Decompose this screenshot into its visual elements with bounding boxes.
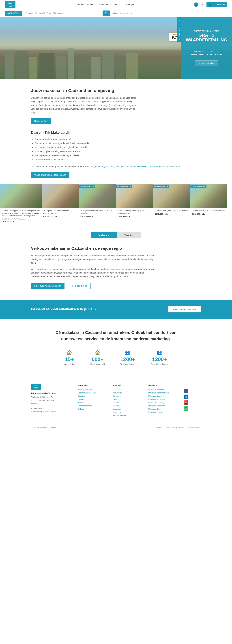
koop-select[interactable]: KOOP (136) [5, 11, 22, 16]
linkedin-icon[interactable]: in [184, 394, 188, 399]
footer-tekoop-link[interactable]: Te koop [78, 408, 107, 410]
about-title: Jouw makelaar in Cadzand en omgeving [31, 88, 201, 93]
footer-oostburg-link[interactable]: Oostburg [113, 411, 142, 414]
svg-rect-9 [102, 51, 114, 79]
daarom-title: Daarom Tak Makelaardij [31, 130, 201, 134]
property-card-1[interactable]: Te koop: 1Boning gelegen in het buitenge… [0, 184, 42, 224]
stats-headline: Dé makelaar in Cadzand en omstreken. Ont… [46, 330, 186, 342]
region-breskens[interactable]: Breskens [85, 165, 94, 168]
footer-makelaar-nieuwvliet[interactable]: Makelaar Nieuwvliet [148, 395, 177, 397]
footer-breskens-link[interactable]: Breskens [113, 395, 142, 397]
tab-taxaties[interactable]: Taxaties [117, 232, 141, 238]
newsletter-button[interactable]: Maak een account aan! [168, 306, 201, 312]
footer-nieuws-link[interactable]: Nieuws [78, 402, 107, 404]
footer-makelaar-hoofdplaat[interactable]: Makelaar Hoofdplaat [148, 398, 177, 400]
property-card-5[interactable]: NIEUW IN VERKOOP Te koop: Oostduynen 22,… [153, 184, 190, 224]
footer-over-link[interactable]: Over ons [78, 398, 107, 400]
neem-contact-button[interactable]: Neem contact op [67, 283, 91, 289]
nav-informatie[interactable]: Informatie [99, 4, 108, 6]
stat-3-number: 1200+ [120, 356, 135, 362]
nav-diensten[interactable]: Diensten [87, 4, 95, 6]
tab-verkopen[interactable]: Verkopen [91, 232, 117, 238]
region-zudzande[interactable]: Zudzande [148, 165, 158, 168]
footer-cadzand-link[interactable]: Cadzand [113, 388, 142, 391]
property-card-4[interactable]: NIEUW IN VERKOOP Te koop: Vlamingoolders… [116, 184, 153, 224]
stat-4-label: Tevreden verkopers [151, 363, 168, 365]
bullet-1: Een persoonlijke no-nonsense aanpak [35, 137, 201, 141]
region-oostburg[interactable]: Oostburg [95, 165, 104, 168]
property-card-2[interactable]: Te koop: Mr. P.C. Roezemondlaan 21, 4506… [42, 184, 79, 224]
nav-aanbod[interactable]: Aanbod [76, 4, 83, 6]
footer-groede-link[interactable]: Groede [113, 402, 142, 404]
footer-woning-link[interactable]: Woning verkopen [78, 388, 107, 391]
footer-zudzande-link[interactable]: Zudzande [113, 408, 142, 410]
footer-sluis-link[interactable]: Sluis [113, 398, 142, 400]
footer-taxaties-link[interactable]: Taxaties [78, 395, 107, 397]
search-button[interactable]: 🔍 [102, 10, 110, 16]
footer-retranchement-link[interactable]: Retranchement [113, 414, 142, 416]
footer-recreatie-link[interactable]: Recreatieaanbod [78, 405, 107, 407]
region-hoofdplaat[interactable]: Hoofdplaat [159, 165, 170, 168]
stat-3: 👥 1200+ Tevreden kopers [120, 350, 135, 365]
verkoop-title: Verkoop-makelaar in Cadzand en de wijde … [31, 246, 201, 251]
edit-icon[interactable]: ✏ [200, 2, 205, 7]
prop-4-price: € 549.000,- k.k. [118, 216, 151, 218]
svg-rect-7 [76, 54, 90, 79]
footer-gratis-link[interactable]: Gratis waardebepaling [78, 392, 107, 394]
gratis-waardebepaling-button[interactable]: Vraag gratis waardebepaling aan [31, 172, 69, 178]
svg-rect-4 [39, 53, 54, 79]
logo[interactable]: Tak makelaardij & taxaties [5, 1, 16, 8]
footer-info-title: Informatie [78, 384, 107, 386]
search-input[interactable] [24, 11, 101, 16]
footer-aanbod-col: Aanbod Cadzand Nieuwvliet Breskens Sluis… [113, 384, 142, 418]
region-nieuwvliet[interactable]: Nieuwvliet [137, 165, 147, 168]
phone-button[interactable]: 📞 0117 85 29 51 [206, 2, 227, 7]
property-card-3[interactable]: NIEUW IN VERKOOP Te koop: Nieuwesluisweg… [79, 184, 116, 224]
property-card-6[interactable]: NIEUW IN VERKOOP Te koop: Zeedie 24-256,… [190, 184, 227, 224]
meer-verkopen-button[interactable]: Meer over woning verkopen [31, 283, 64, 289]
property-strip: Te koop: 1Boning gelegen in het buitenge… [0, 184, 232, 224]
about-paragraph: Op naar een deskundige en ervaren makela… [31, 96, 139, 114]
footer-logo[interactable]: Tak makelaardij & taxaties [31, 384, 41, 390]
instagram-icon[interactable]: 📷 [184, 400, 188, 405]
footer-social-col: f in 📷 💬 [184, 384, 201, 418]
footer-grid: Tak makelaardij & taxaties Tak Makelaard… [31, 384, 201, 418]
footer-hoofdplaat-link[interactable]: Hoofdplaat [113, 405, 142, 407]
region-cadzand[interactable]: Cadzand [105, 165, 114, 168]
region-retranchement[interactable]: Retranchement [121, 165, 136, 168]
tabs-section: Verkopen Taxaties [0, 224, 232, 238]
stat-1: 🏠 15+ jaar ervaring [64, 350, 75, 365]
logo-taxaties: & taxaties [8, 6, 13, 7]
sidebar-tab[interactable]: ONZE BEOORDELINGEN [177, 17, 181, 42]
gratis-label: GRATIS EN VRIJBLIJVEND [194, 30, 219, 32]
footer-makelaar-groede[interactable]: Makelaar Groede [148, 411, 177, 414]
footer-contact-link[interactable]: Contact [165, 426, 170, 428]
footer-privacy[interactable]: Privacyverklaring [173, 426, 186, 428]
footer-email-link[interactable]: info@takmakelaardij.nl [37, 410, 56, 413]
region-sluis[interactable]: Sluis [115, 165, 120, 168]
facebook-icon[interactable]: f [184, 389, 188, 393]
prop-5-title: Te koop: Oostduynen 22, 4506GX Cadzand [155, 210, 189, 212]
bullet-3: Meer dan vijftien jaar ervaring in regio… [35, 145, 201, 150]
newsletter-section: Passend aanbod automatisch in je mail? M… [0, 300, 232, 318]
footer-nieuwvliet-link[interactable]: Nieuwvliet [113, 392, 142, 394]
user-icon[interactable]: 👤 [194, 2, 198, 7]
footer-makelaar-zuidzande[interactable]: Makelaar Zuidzande [148, 405, 177, 407]
footer-sitemap[interactable]: Sitemap [156, 426, 162, 428]
verkoop-p1: Bij ons kan je terecht voor het verkopen… [31, 254, 155, 265]
hero-cta-button[interactable]: Breng een bod uit [195, 60, 218, 66]
region-groede[interactable]: Groede [173, 165, 180, 168]
results-count: 136 objecten gevonden [111, 12, 132, 14]
property-list: Te koop: 1Boning gelegen in het buitenge… [0, 184, 232, 224]
footer-cookie[interactable]: Cookieverklaring [188, 426, 201, 428]
footer-makelaar-retranchement[interactable]: Makelaar Retranchement [148, 392, 177, 394]
footer-makelaar-breskens[interactable]: Makelaar Breskens [148, 388, 177, 391]
footer-makelaar-sluis[interactable]: Makelaar Sluis [148, 408, 177, 410]
region-text: We hebben ruime ervaring met woningen in… [31, 165, 201, 168]
nav-onze-regio[interactable]: Onze regio [124, 4, 134, 6]
direct-contact-button[interactable]: Direct contact [31, 118, 51, 124]
bullet-2: Erkende expertise in vastgoed en de loka… [35, 141, 201, 146]
footer-makelaar-oostburg[interactable]: Makelaar Oostburg [148, 402, 177, 404]
whatsapp-icon[interactable]: 💬 [184, 406, 188, 411]
nav-contact[interactable]: Contact [112, 4, 120, 6]
